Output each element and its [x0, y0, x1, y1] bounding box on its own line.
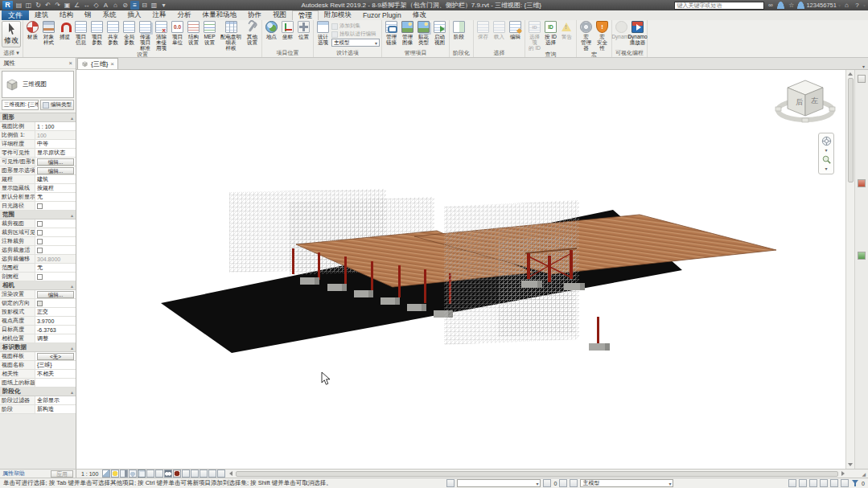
- editing-requests-icon[interactable]: [543, 479, 551, 487]
- selection-save-button[interactable]: 保存: [475, 21, 491, 39]
- reveal-hidden-elements-icon[interactable]: [173, 470, 181, 478]
- property-checkbox[interactable]: [37, 221, 43, 227]
- undo-icon[interactable]: ↶: [43, 1, 52, 10]
- steering-wheel-icon[interactable]: [821, 136, 832, 146]
- property-value[interactable]: 3.9700: [35, 317, 76, 325]
- revit-app-logo-icon[interactable]: R: [2, 1, 13, 10]
- property-section-header[interactable]: 图形▴: [0, 113, 76, 122]
- tab-分析[interactable]: 分析: [172, 10, 197, 20]
- property-value[interactable]: [35, 219, 76, 228]
- property-checkbox[interactable]: [37, 230, 43, 236]
- sync-with-central-icon[interactable]: ↻: [34, 1, 43, 10]
- phases-button[interactable]: 阶段: [451, 21, 467, 39]
- worksharing-display-icon[interactable]: [217, 470, 225, 478]
- properties-help-link[interactable]: 属性帮助: [2, 470, 25, 478]
- tab-视图[interactable]: 视图: [267, 10, 292, 20]
- apply-button[interactable]: 应用: [51, 470, 73, 478]
- property-value[interactable]: 不相关: [35, 370, 76, 378]
- property-value[interactable]: 正交: [35, 308, 76, 316]
- dynamo-button[interactable]: Dynamo: [614, 21, 629, 39]
- select-elements-by-face-icon[interactable]: [820, 479, 828, 487]
- tab-修改[interactable]: 修改: [407, 10, 432, 20]
- property-edit-button[interactable]: 编辑...: [37, 167, 74, 174]
- select-pinned-elements-icon[interactable]: [809, 479, 817, 487]
- redo-icon[interactable]: ↷: [53, 1, 62, 10]
- coordinates-button[interactable]: 坐标: [280, 21, 295, 39]
- scroll-down-icon[interactable]: [848, 463, 853, 466]
- select-underlay-elements-icon[interactable]: [799, 479, 807, 487]
- location-button[interactable]: 地点: [264, 21, 279, 39]
- view-tab-3d[interactable]: {三维} ×: [77, 58, 118, 69]
- decal-types-button[interactable]: 贴花 类型: [416, 21, 431, 45]
- property-section-header[interactable]: 阶段化▴: [0, 388, 76, 396]
- signed-in-user[interactable]: 123456751 ▾: [797, 2, 841, 9]
- property-value[interactable]: 无: [35, 193, 76, 201]
- text-icon[interactable]: A: [101, 1, 110, 10]
- property-value[interactable]: 中等: [35, 140, 76, 148]
- worksets-dropdown[interactable]: ▾: [457, 479, 541, 487]
- collapsed-panel-icon[interactable]: [858, 179, 866, 187]
- switch-windows-icon[interactable]: ▥: [150, 1, 158, 10]
- project-information-button[interactable]: 项目 信息: [73, 21, 88, 45]
- rendering-dialog-icon[interactable]: [129, 470, 137, 478]
- panel-schedule-templates-button[interactable]: 配电盘明细表 样板: [218, 21, 244, 51]
- background-processes-icon[interactable]: [841, 479, 849, 487]
- structural-settings-button[interactable]: 结构 设置: [186, 21, 201, 45]
- show-crop-region-icon[interactable]: [146, 470, 154, 478]
- transfer-project-standards-button[interactable]: 传递 项目标准: [138, 21, 153, 51]
- warnings-button[interactable]: 警告: [559, 21, 574, 39]
- thin-lines-icon[interactable]: ≡: [130, 1, 139, 10]
- active-design-option-dropdown[interactable]: 主模型▾: [331, 39, 380, 47]
- property-checkbox[interactable]: [37, 301, 43, 306]
- filter-icon[interactable]: [851, 479, 859, 487]
- zoom-menu-caret-icon[interactable]: ▾: [825, 166, 827, 171]
- manage-images-button[interactable]: 管理 图像: [400, 21, 415, 45]
- property-section-header[interactable]: 范围▴: [0, 211, 76, 219]
- object-styles-button[interactable]: 对象 样式: [41, 21, 56, 45]
- search-icon[interactable]: ∞: [766, 1, 775, 10]
- position-button[interactable]: 位置: [296, 21, 311, 39]
- collapsed-panel-icon[interactable]: [858, 75, 866, 83]
- design-options-dropdown[interactable]: 主模型 ▾: [580, 479, 673, 487]
- instance-selector-dropdown[interactable]: 三维视图: {三维} ▾: [2, 100, 39, 110]
- property-value[interactable]: 1 : 100: [35, 122, 76, 130]
- wheel-menu-caret-icon[interactable]: ▾: [825, 147, 827, 153]
- app-store-icon[interactable]: ⌂: [842, 1, 851, 10]
- pick-to-edit-button[interactable]: 拾取以进行编辑: [331, 31, 380, 38]
- horizontal-scroll-thumb[interactable]: [236, 471, 838, 477]
- help-icon[interactable]: ?: [853, 1, 862, 10]
- purge-unused-button[interactable]: 清除 未使用项: [154, 21, 169, 51]
- macro-security-button[interactable]: 宏 安全性: [594, 21, 610, 51]
- close-view-tab-icon[interactable]: ×: [110, 60, 114, 68]
- property-value[interactable]: -6.3763: [35, 326, 76, 334]
- scroll-left-icon[interactable]: [229, 471, 232, 476]
- property-checkbox[interactable]: [37, 203, 43, 209]
- window-resize-corner[interactable]: ◢: [847, 470, 868, 478]
- scroll-right-icon[interactable]: [841, 471, 845, 476]
- drag-elements-on-selection-icon[interactable]: [830, 479, 838, 487]
- property-value[interactable]: [35, 202, 76, 210]
- property-checkbox[interactable]: [37, 274, 43, 280]
- tab-结构[interactable]: 结构: [54, 10, 79, 20]
- front-pier[interactable]: [589, 317, 610, 351]
- viewcube-left-face-label[interactable]: 后: [796, 98, 803, 106]
- tab-附加模块[interactable]: 附加模块: [319, 10, 357, 20]
- property-value[interactable]: 调整: [35, 334, 76, 342]
- property-value[interactable]: 无: [35, 264, 76, 272]
- vertical-scrollbar[interactable]: [845, 70, 854, 469]
- property-value[interactable]: 100: [35, 131, 76, 139]
- dynamo-player-button[interactable]: Dynamo 播放器: [630, 21, 645, 45]
- property-edit-button[interactable]: 编辑...: [37, 291, 74, 298]
- unlocked-3d-view-icon[interactable]: [155, 470, 163, 478]
- model-viewport[interactable]: 后 左 ▾ ▾: [76, 70, 845, 469]
- sun-path-icon[interactable]: [111, 470, 119, 478]
- property-value[interactable]: 编辑...: [35, 166, 76, 174]
- viewcube-right-face-label[interactable]: 左: [811, 96, 818, 105]
- horizontal-scrollbar[interactable]: [227, 470, 847, 478]
- tab-钢[interactable]: 钢: [79, 10, 97, 20]
- worksets-icon[interactable]: [446, 479, 455, 487]
- property-checkbox[interactable]: [37, 239, 43, 244]
- tab-注释[interactable]: 注释: [147, 10, 172, 20]
- tab-系统[interactable]: 系统: [97, 10, 122, 20]
- snaps-button[interactable]: 捕捉: [57, 21, 72, 39]
